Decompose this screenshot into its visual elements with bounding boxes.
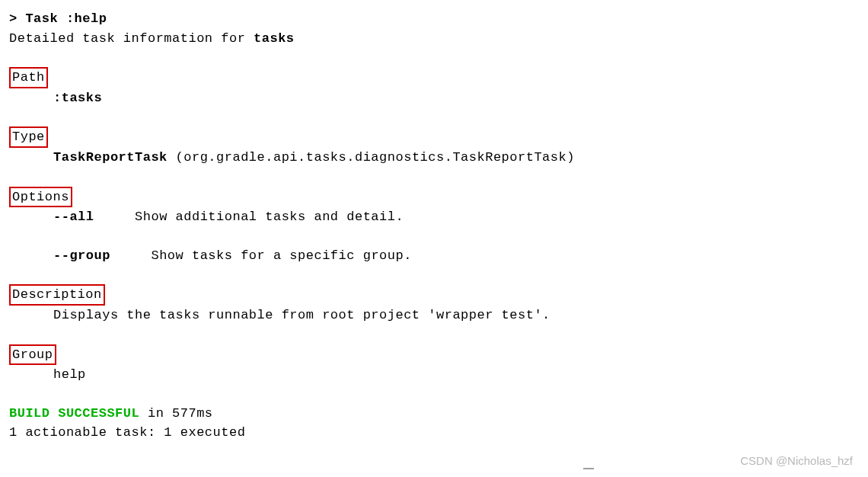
group-value: help [9, 365, 859, 385]
type-section: Type TaskReportTask (org.gradle.api.task… [9, 126, 859, 167]
task-label: Task :help [25, 11, 107, 26]
description-value: Displays the tasks runnable from root pr… [9, 306, 859, 325]
option-desc: Show tasks for a specific group. [110, 248, 412, 263]
path-header: Path [9, 67, 48, 88]
path-value: :tasks [9, 88, 859, 108]
type-header: Type [9, 126, 48, 148]
spacer [9, 265, 859, 284]
spacer [9, 168, 859, 187]
description-section: Description Displays the tasks runnable … [9, 284, 859, 325]
option-desc: Show additional tasks and detail. [94, 210, 404, 224]
group-header: Group [9, 344, 56, 366]
build-summary: 1 actionable task: 1 executed [9, 423, 859, 443]
cursor-icon [583, 468, 594, 469]
type-value-rest: (org.gradle.api.tasks.diagnostics.TaskRe… [168, 150, 575, 165]
spacer [9, 325, 859, 344]
options-header: Options [9, 187, 72, 208]
group-section: Group help [9, 344, 859, 385]
prompt-symbol: > [9, 11, 25, 26]
spacer [9, 48, 859, 67]
option-flag: --group [53, 248, 110, 263]
option-row: --group Show tasks for a specific group. [9, 246, 859, 266]
spacer [9, 227, 859, 246]
spacer [9, 107, 859, 126]
path-section: Path :tasks [9, 67, 859, 107]
build-status: BUILD SUCCESSFUL [9, 406, 139, 421]
type-value-line: TaskReportTask (org.gradle.api.tasks.dia… [9, 148, 859, 168]
option-flag: --all [53, 210, 94, 224]
options-section: Options --all Show additional tasks and … [9, 187, 859, 266]
option-row: --all Show additional tasks and detail. [9, 207, 859, 227]
watermark: CSDN @Nicholas_hzf [740, 453, 853, 470]
description-header: Description [9, 284, 105, 306]
build-status-line: BUILD SUCCESSFUL in 577ms [9, 404, 859, 424]
build-time: in 577ms [139, 406, 212, 421]
task-header-line: > Task :help [9, 9, 859, 29]
detail-line: Detailed task information for tasks [9, 29, 859, 49]
detail-prefix: Detailed task information for [9, 31, 254, 46]
detail-subject: tasks [254, 31, 295, 46]
type-value-bold: TaskReportTask [53, 150, 168, 165]
spacer [9, 385, 859, 404]
